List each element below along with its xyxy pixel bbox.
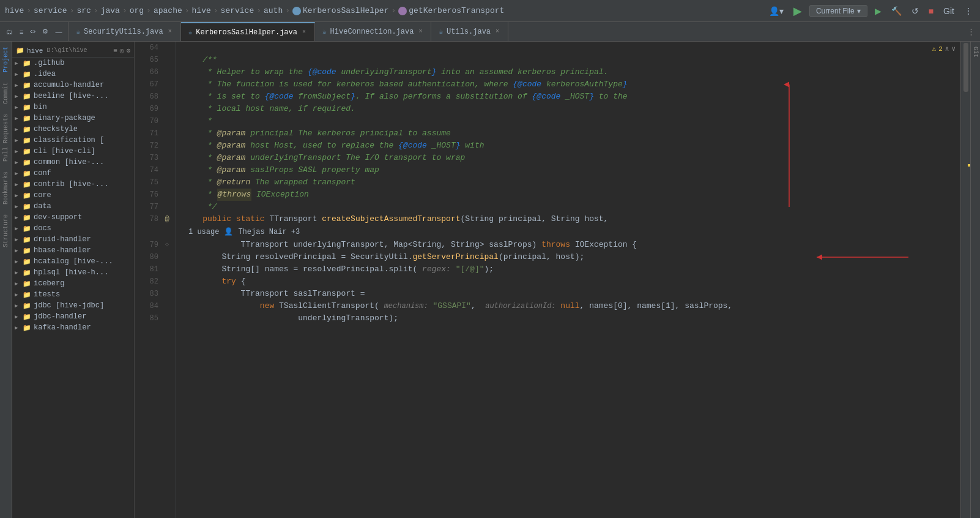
folder-icon-accumulo: 📁 — [22, 81, 32, 89]
tree-item-hplsql[interactable]: ▶ 📁 hplsql [hive-h... — [12, 267, 134, 278]
breadcrumb-apache[interactable]: apache — [154, 6, 182, 15]
line-67: 67 — [135, 78, 173, 91]
tree-item-iceberg[interactable]: ▶ 📁 iceberg — [12, 278, 134, 289]
usage-author-icon: 👤 — [224, 226, 233, 238]
tree-item-beeline[interactable]: ▶ 📁 beeline [hive-... — [12, 91, 134, 102]
scrollbar-thumb[interactable] — [961, 43, 970, 92]
line-78: 78@ — [135, 213, 173, 225]
file-tree: 📁 hive D:\git\hive ≡ ◎ ⚙ ▶ 📁 .github ▶ 📁… — [12, 42, 135, 518]
line-80: 80 — [135, 251, 173, 263]
breadcrumb-org[interactable]: org — [130, 6, 144, 15]
tree-locate-btn[interactable]: ◎ — [120, 47, 124, 54]
line-76: 76 — [135, 189, 173, 201]
breadcrumb-auth[interactable]: auth — [264, 6, 283, 15]
tree-item-core[interactable]: ▶ 📁 core — [12, 190, 134, 201]
line-numbers-gutter: 64 65 66 67 68 69 70 71 72 73 74 75 76 7… — [135, 42, 176, 518]
code-line-75: * @return The wrapped transport — [184, 176, 960, 189]
folder-icon-itests: 📁 — [22, 290, 32, 299]
breadcrumb-get-kerberos-transport[interactable]: getKerberosTransport — [398, 6, 504, 15]
tree-item-dev-support[interactable]: ▶ 📁 dev-support — [12, 212, 134, 223]
pull-requests-label[interactable]: Pull Requests — [2, 109, 10, 167]
project-panel-label[interactable]: Project — [2, 42, 10, 77]
tree-item-hbase[interactable]: ▶ 📁 hbase-handler — [12, 245, 134, 256]
code-line-80: String resolvedPrincipal = SecurityUtil.… — [184, 251, 960, 263]
build-button[interactable]: 🔨 — [889, 5, 904, 17]
right-panel-git[interactable]: Git — [971, 42, 979, 62]
tree-item-conf[interactable]: ▶ 📁 conf — [12, 168, 134, 179]
tree-label-binary: binary-package — [34, 114, 95, 122]
tree-item-hcatalog[interactable]: ▶ 📁 hcatalog [hive-... — [12, 256, 134, 267]
usage-count: 1 usage — [188, 226, 219, 238]
stop-button[interactable]: ■ — [926, 5, 936, 17]
tree-label-core: core — [34, 191, 51, 200]
git-label[interactable]: Git — [941, 5, 957, 17]
breadcrumb-hive2[interactable]: hive — [192, 6, 211, 15]
tree-label-data: data — [34, 202, 51, 211]
arrow-left-80 — [814, 251, 911, 263]
tree-item-itests[interactable]: ▶ 📁 itests — [12, 289, 134, 300]
tree-label-accumulo: accumulo-handler — [34, 81, 104, 89]
tree-item-cli[interactable]: ▶ 📁 cli [hive-cli] — [12, 146, 134, 157]
breadcrumb-hive[interactable]: hive — [5, 6, 24, 15]
breadcrumb-service2[interactable]: service — [221, 6, 254, 15]
tree-item-binary[interactable]: ▶ 📁 binary-package — [12, 113, 134, 124]
tree-item-docs[interactable]: ▶ 📁 docs — [12, 223, 134, 234]
tree-collapse-btn[interactable]: ≡ — [113, 47, 117, 54]
tree-item-classification[interactable]: ▶ 📁 classification [ — [12, 135, 134, 146]
warning-icon: ⚠ — [932, 43, 937, 55]
tree-item-contrib[interactable]: ▶ 📁 contrib [hive-... — [12, 179, 134, 190]
code-editor[interactable]: ⚠ 2 ∧ ∨ /** * Helper to wrap the {@code … — [176, 42, 960, 518]
tree-item-data[interactable]: ▶ 📁 data — [12, 201, 134, 212]
toggle-project-panel[interactable]: 🗂 — [4, 27, 15, 37]
breadcrumb-kerberos-sasl-helper[interactable]: KerberosSaslHelper — [292, 6, 388, 15]
tree-item-druid[interactable]: ▶ 📁 druid-handler — [12, 234, 134, 245]
tab-kerberos-sasl[interactable]: ☕ KerberosSaslHelper.java × — [181, 22, 315, 41]
tree-item-kafka[interactable]: ▶ 📁 kafka-handler — [12, 322, 134, 333]
bookmarks-label[interactable]: Bookmarks — [2, 167, 10, 209]
reload-button[interactable]: ↺ — [909, 5, 921, 17]
tree-item-jdbc[interactable]: ▶ 📁 jdbc [hive-jdbc] — [12, 300, 134, 311]
more-button[interactable]: ⋮ — [962, 5, 975, 17]
java-icon-3: ☕ — [322, 28, 327, 36]
tree-item-accumulo[interactable]: ▶ 📁 accumulo-handler — [12, 80, 134, 91]
breadcrumb-src[interactable]: src — [76, 6, 91, 15]
tree-label-hcatalog: hcatalog [hive-... — [34, 257, 113, 266]
run-config-dropdown[interactable]: Current File ▾ — [809, 5, 867, 17]
run-green-icon[interactable]: ▶ — [791, 3, 804, 19]
tree-item-common[interactable]: ▶ 📁 common [hive-... — [12, 157, 134, 168]
toggle-structure[interactable]: ≡ — [17, 27, 26, 37]
usage-line-spacer — [135, 225, 173, 239]
toggle-split[interactable]: ⇔ — [28, 26, 38, 37]
tab-close-4[interactable]: × — [494, 28, 500, 35]
run-button[interactable]: ▶ — [872, 5, 884, 17]
warning-nav-down[interactable]: ∨ — [951, 43, 956, 55]
tree-label-hplsql: hplsql [hive-h... — [34, 268, 108, 277]
breadcrumb-java[interactable]: java — [101, 6, 120, 15]
tree-item-bin[interactable]: ▶ 📁 bin — [12, 102, 134, 113]
warning-nav-up[interactable]: ∧ — [945, 43, 949, 55]
toggle-settings[interactable]: ⚙ — [40, 26, 51, 37]
line-68: 68 — [135, 91, 173, 103]
structure-label[interactable]: Structure — [2, 209, 10, 252]
tab-close-3[interactable]: × — [417, 28, 423, 35]
tree-settings-btn[interactable]: ⚙ — [126, 47, 130, 54]
tabs-overflow[interactable]: ⋮ — [962, 22, 980, 41]
breadcrumb-service[interactable]: service — [34, 6, 67, 15]
tree-item-jdbc-handler[interactable]: ▶ 📁 jdbc-handler — [12, 311, 134, 322]
code-line-78: public static TTransport createSubjectAs… — [184, 213, 960, 225]
tree-item-github[interactable]: ▶ 📁 .github — [12, 58, 134, 69]
toggle-minimize[interactable]: — — [53, 27, 64, 37]
tree-label-conf: conf — [34, 169, 51, 178]
tree-label-docs: docs — [34, 224, 51, 233]
code-line-64 — [184, 42, 960, 54]
tab-hive-connection[interactable]: ☕ HiveConnection.java × — [315, 22, 431, 41]
tab-close-1[interactable]: × — [167, 28, 173, 35]
commit-panel-label[interactable]: Commit — [2, 77, 10, 109]
user-icon-button[interactable]: 👤▾ — [767, 5, 786, 17]
tab-close-2[interactable]: × — [301, 29, 307, 36]
tab-security-utils[interactable]: ☕ SecurityUtils.java × — [69, 22, 180, 41]
tab-utils[interactable]: ☕ Utils.java × — [431, 22, 508, 41]
line-85: 85 — [135, 312, 173, 325]
tree-item-checkstyle[interactable]: ▶ 📁 checkstyle — [12, 124, 134, 135]
tree-item-idea[interactable]: ▶ 📁 .idea — [12, 69, 134, 80]
